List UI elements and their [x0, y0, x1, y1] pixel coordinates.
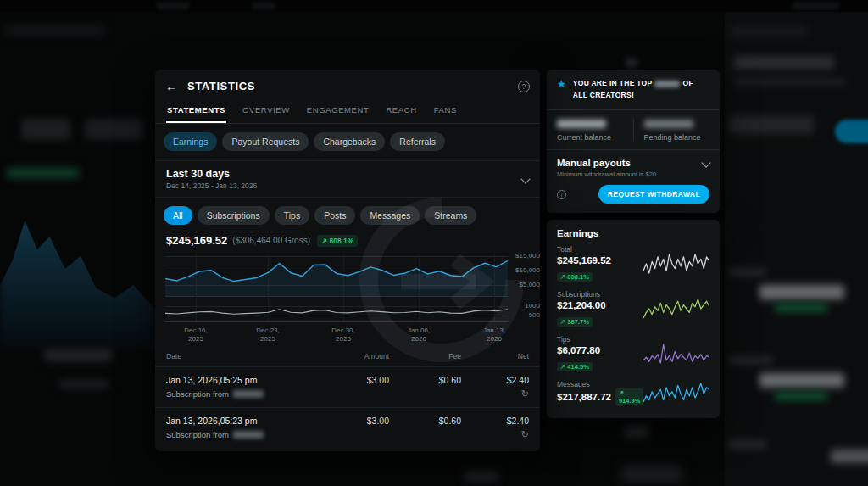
- earnings-item-label: Messages: [557, 380, 643, 388]
- earnings-item-label: Subscriptions: [557, 290, 643, 299]
- sparkline-subscriptions: [643, 298, 709, 320]
- chevron-down-icon[interactable]: [520, 174, 530, 183]
- column-header-amount: Amount: [313, 352, 389, 360]
- earnings-item-subscriptions: Subscriptions $21,204.00 ↗ 387.7%: [557, 290, 709, 327]
- filter-payout-requests[interactable]: Payout Requests: [222, 132, 309, 151]
- y-axis-tick: 500: [509, 311, 540, 319]
- bg-right-amount: [760, 373, 844, 388]
- earnings-item-text: Messages $217,887.72 ↗ 914.9%: [557, 380, 643, 405]
- x-axis-tick: Dec 23, 2025: [256, 327, 280, 344]
- tab-overview[interactable]: OVERVIEW: [242, 100, 291, 123]
- category-posts[interactable]: Posts: [314, 206, 355, 225]
- bg-right-heading: [734, 56, 834, 70]
- bg-left-text: [44, 349, 112, 361]
- bg-right-label: [729, 268, 766, 277]
- redacted-username: [233, 431, 264, 439]
- period-range: Dec 14, 2025 - Jan 13, 2026: [166, 182, 257, 190]
- bg-left-button: [85, 119, 142, 140]
- cell-date: Jan 13, 2026,05:23 pm: [166, 416, 313, 426]
- back-icon[interactable]: ←: [165, 81, 177, 92]
- statistics-modal: ← STATISTICS ? STATEMENTS OVERVIEW ENGAG…: [155, 70, 720, 451]
- category-streams[interactable]: Streams: [425, 206, 476, 225]
- current-balance-label: Current balance: [557, 133, 623, 142]
- cell-fee: $0.60: [389, 375, 461, 385]
- current-balance: Current balance: [547, 118, 634, 142]
- x-axis-tick: Jan 13, 2026: [483, 327, 505, 344]
- y-axis-tick: $15,000: [509, 252, 540, 260]
- bg-left-button: [21, 119, 70, 140]
- bg-right-text: [729, 115, 814, 134]
- request-withdrawal-button[interactable]: REQUEST WITHDRAWAL: [598, 185, 709, 204]
- cell-date: Jan 13, 2026,05:25 pm: [166, 375, 313, 385]
- help-icon[interactable]: ?: [518, 81, 530, 92]
- pending-balance: Pending balance: [634, 118, 721, 142]
- tab-reach[interactable]: REACH: [385, 100, 417, 123]
- cell-amount: $3.00: [313, 416, 389, 426]
- gross-total: ($306,464.00 Gross): [232, 236, 310, 245]
- minimum-withdrawal-note: Minimum withdrawal amount is $20: [557, 170, 709, 178]
- statistics-panel: ← STATISTICS ? STATEMENTS OVERVIEW ENGAG…: [155, 70, 540, 451]
- sparkline-total: [643, 253, 709, 275]
- bg-right-subtext: [734, 78, 846, 86]
- top-creators-text: YOU ARE IN THE TOPOF ALL CREATORS!: [573, 78, 709, 101]
- table-row-main: Jan 13, 2026,05:23 pm $3.00 $0.60 $2.40: [155, 408, 540, 428]
- category-subscriptions[interactable]: Subscriptions: [198, 206, 270, 225]
- x-axis-tick: Dec 16, 2025: [184, 327, 208, 344]
- earnings-item-change: ↗ 414.5%: [557, 362, 593, 371]
- recurring-icon[interactable]: ↻: [521, 429, 529, 440]
- balance-sidebar: ★ YOU ARE IN THE TOPOF ALL CREATORS! Cur…: [547, 70, 720, 451]
- filter-earnings[interactable]: Earnings: [164, 132, 217, 151]
- tab-statements[interactable]: STATEMENTS: [166, 100, 226, 123]
- earnings-item-change: ↗ 914.9%: [615, 388, 643, 405]
- bg-close-element: [626, 58, 637, 68]
- cell-net: $2.40: [461, 375, 529, 385]
- bg-right-header: [731, 25, 807, 37]
- redacted-percent: [654, 81, 680, 87]
- table-row: Jan 13, 2026,05:25 pm $3.00 $0.60 $2.40 …: [155, 366, 540, 407]
- tab-fans[interactable]: FANS: [433, 100, 458, 123]
- filter-chargebacks[interactable]: Chargebacks: [314, 132, 385, 151]
- sparkline-tips: [643, 343, 709, 365]
- cell-fee: $0.60: [389, 416, 461, 426]
- y-axis-tick: $5,000: [509, 281, 540, 288]
- recurring-icon[interactable]: ↻: [521, 388, 529, 399]
- category-messages[interactable]: Messages: [360, 206, 420, 225]
- bg-right-label: [729, 356, 773, 365]
- earnings-item-text: Subscriptions $21,204.00 ↗ 387.7%: [557, 290, 643, 327]
- statistics-tabs: STATEMENTS OVERVIEW ENGAGEMENT REACH FAN…: [155, 100, 540, 124]
- earnings-item-text: Tips $6,077.80 ↗ 414.5%: [557, 335, 643, 372]
- tab-engagement[interactable]: ENGAGEMENT: [306, 100, 370, 123]
- net-total: $245,169.52: [166, 234, 227, 247]
- manual-payouts-section: Manual payouts Minimum withdrawal amount…: [547, 150, 720, 213]
- earnings-chart-svg: [165, 254, 508, 323]
- period-selector[interactable]: Last 30 days Dec 14, 2025 - Jan 13, 2026: [155, 161, 540, 198]
- earnings-item-text: Total $245,169.52 ↗ 808.1%: [557, 245, 643, 282]
- category-all[interactable]: All: [164, 206, 192, 225]
- transaction-description: Subscription from: [166, 430, 229, 439]
- cell-net: $2.40: [461, 416, 529, 426]
- earnings-summary: $245,169.52 ($306,464.00 Gross) ↗ 808.1%: [155, 232, 540, 252]
- earnings-chart: $15,000 $10,000 $5,000 1000 500 Dec 16, …: [165, 254, 540, 347]
- bg-right-green-text: [775, 392, 827, 400]
- earnings-item-value-row: $217,887.72 ↗ 914.9%: [557, 388, 643, 405]
- category-tips[interactable]: Tips: [275, 206, 309, 225]
- page-title: STATISTICS: [187, 80, 255, 92]
- bg-right-green-text: [775, 304, 827, 312]
- bg-left-area-chart: [0, 188, 155, 349]
- bg-topbar: [0, 0, 868, 12]
- statement-type-filter: Earnings Payout Requests Chargebacks Ref…: [155, 124, 540, 161]
- filter-referrals[interactable]: Referrals: [390, 132, 445, 151]
- bg-right-amount: [760, 285, 844, 299]
- top-creators-banner: ★ YOU ARE IN THE TOPOF ALL CREATORS!: [547, 70, 720, 110]
- chevron-down-icon[interactable]: [701, 159, 710, 168]
- manual-payouts-header[interactable]: Manual payouts: [557, 158, 709, 168]
- table-row-description: Subscription from ↻: [155, 428, 540, 448]
- earnings-item-messages: Messages $217,887.72 ↗ 914.9%: [557, 380, 709, 405]
- bg-right-blue-button: [835, 120, 868, 143]
- pending-balance-label: Pending balance: [644, 133, 710, 142]
- earnings-item-value: $245,169.52: [557, 255, 643, 265]
- earnings-item-value: $217,887.72: [557, 392, 611, 402]
- bg-bottom-text: [621, 466, 682, 483]
- info-icon[interactable]: i: [557, 190, 566, 199]
- x-axis-tick: Dec 30, 2025: [331, 327, 355, 344]
